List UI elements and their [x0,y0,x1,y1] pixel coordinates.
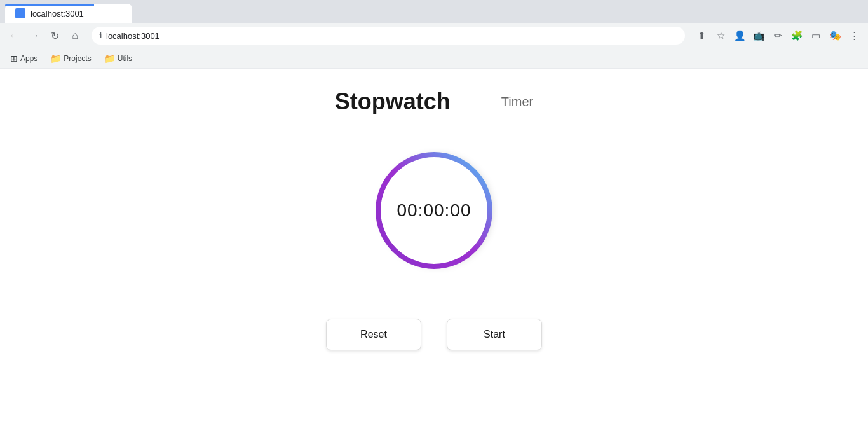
bookmark-apps[interactable]: ⊞ Apps [5,51,43,66]
cast-button[interactable]: 📺 [750,27,768,45]
bookmark-utils[interactable]: 📁 Utils [99,51,137,66]
more-button[interactable]: ⋮ [845,27,863,45]
clock-circle: 00:00:00 [370,147,498,274]
url-display: localhost:3001 [106,31,159,41]
apps-bookmark-icon: ⊞ [10,53,18,64]
buttons-row: Reset Start [326,319,542,350]
app-title: Stopwatch [335,88,451,115]
bookmark-button[interactable]: ☆ [712,27,729,45]
bookmarks-bar: ⊞ Apps 📁 Projects 📁 Utils [0,48,868,69]
app-header: Stopwatch Timer [0,69,868,128]
utils-bookmark-icon: 📁 [104,53,115,64]
share-button[interactable]: ⬆ [693,27,710,45]
apps-bookmark-label: Apps [20,54,37,63]
reset-button[interactable]: Reset [326,319,421,350]
puzzle-button[interactable]: 🧩 [788,27,806,45]
bookmark-projects[interactable]: 📁 Projects [45,51,96,66]
back-button[interactable]: ← [5,27,23,45]
sidebar-button[interactable]: ▭ [807,27,825,45]
page-content: Stopwatch Timer [0,69,868,435]
pencil-button[interactable]: ✏ [769,27,787,45]
clock-display: 00:00:00 [397,200,471,221]
avatar-button[interactable]: 👤 [731,27,749,45]
refresh-button[interactable]: ↻ [46,27,64,45]
loading-bar [5,4,94,6]
timer-nav-link[interactable]: Timer [501,95,533,109]
tab-bar: localhost:3001 [0,0,868,23]
tab-favicon [15,8,25,18]
forward-button[interactable]: → [25,27,43,45]
stopwatch-container: 00:00:00 Reset Start [326,147,542,350]
toolbar-actions: ⬆ ☆ 👤 📺 ✏ 🧩 ▭ 🎭 ⋮ [693,27,863,45]
home-button[interactable]: ⌂ [66,27,84,45]
address-bar[interactable]: ℹ localhost:3001 [92,27,685,45]
active-tab[interactable]: localhost:3001 [5,4,132,23]
projects-bookmark-label: Projects [64,54,91,63]
browser-chrome: localhost:3001 ← → ↻ ⌂ ℹ localhost:3001 … [0,0,868,69]
tab-title: localhost:3001 [31,9,84,18]
start-button[interactable]: Start [447,319,542,350]
projects-bookmark-icon: 📁 [50,53,61,64]
lock-icon: ℹ [99,31,102,40]
utils-bookmark-label: Utils [118,54,132,63]
profile-avatar[interactable]: 🎭 [826,27,844,45]
toolbar: ← → ↻ ⌂ ℹ localhost:3001 ⬆ ☆ 👤 📺 ✏ 🧩 ▭ 🎭… [0,23,868,48]
